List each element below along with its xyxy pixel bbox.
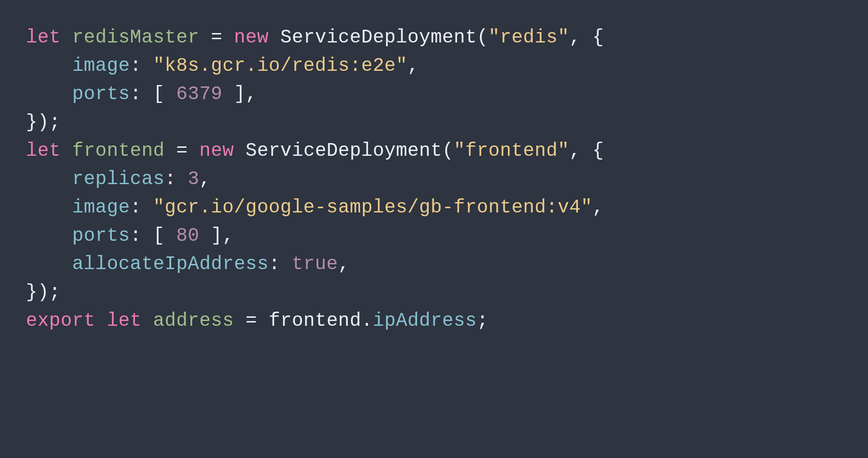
comma: , [569,27,593,48]
open-paren: ( [477,27,489,48]
semicolon: ; [477,310,489,331]
close-bracket: ] [200,225,223,246]
var-address: address [153,310,234,331]
string-redis: "redis" [488,27,569,48]
colon: : [130,225,153,246]
indent [26,55,72,76]
open-paren: ( [442,140,454,161]
prop-image: image [72,197,130,218]
prop-replicas: replicas [72,169,165,190]
indent [26,84,72,105]
keyword-let: let [26,27,61,48]
close-brace-paren: }); [26,112,61,133]
code-line-11: export let address = frontend.ipAddress; [26,310,488,331]
keyword-new: new [234,27,269,48]
prop-ipAddress: ipAddress [373,310,477,331]
indent [26,225,72,246]
comma: , [223,225,234,246]
open-bracket: [ [153,225,176,246]
string-frontend: "frontend" [454,140,569,161]
string-image-value: "gcr.io/google-samples/gb-frontend:v4" [153,197,593,218]
indent [26,254,72,275]
code-line-7: image: "gcr.io/google-samples/gb-fronten… [26,197,604,218]
colon: : [269,254,292,275]
number-6379: 6379 [176,84,223,105]
code-line-9: allocateIpAddress: true, [26,254,350,275]
prop-allocateIpAddress: allocateIpAddress [72,254,269,275]
var-redisMaster: redisMaster [72,27,200,48]
space [142,310,153,331]
dot: . [361,310,373,331]
prop-image: image [72,55,130,76]
keyword-let: let [26,140,61,161]
keyword-let: let [107,310,142,331]
code-line-1: let redisMaster = new ServiceDeployment(… [26,27,604,48]
close-bracket: ] [223,84,246,105]
obj-frontend: frontend [269,310,361,331]
code-line-8: ports: [ 80 ], [26,225,234,246]
class-ServiceDeployment: ServiceDeployment [280,27,477,48]
code-line-2: image: "k8s.gcr.io/redis:e2e", [26,55,419,76]
var-frontend: frontend [72,140,165,161]
colon: : [130,84,153,105]
colon: : [130,197,153,218]
equals-sign: = [165,140,200,161]
code-line-5: let frontend = new ServiceDeployment("fr… [26,140,604,161]
comma: , [408,55,419,76]
space [95,310,107,331]
indent [26,169,72,190]
open-bracket: [ [153,84,176,105]
open-brace: { [593,140,604,161]
comma: , [569,140,593,161]
keyword-export: export [26,310,95,331]
code-line-4: }); [26,112,61,133]
code-line-10: }); [26,282,61,303]
comma: , [200,169,211,190]
comma: , [246,84,258,105]
prop-ports: ports [72,225,130,246]
code-editor: let redisMaster = new ServiceDeployment(… [26,24,842,335]
code-line-3: ports: [ 6379 ], [26,84,257,105]
string-image-value: "k8s.gcr.io/redis:e2e" [153,55,408,76]
number-80: 80 [176,225,200,246]
open-brace: { [593,27,604,48]
code-line-6: replicas: 3, [26,169,211,190]
colon: : [165,169,188,190]
number-3: 3 [188,169,200,190]
close-brace-paren: }); [26,282,61,303]
equals-sign: = [234,310,269,331]
comma: , [338,254,350,275]
prop-ports: ports [72,84,130,105]
equals-sign: = [200,27,234,48]
boolean-true: true [292,254,338,275]
indent [26,197,72,218]
comma: , [593,197,604,218]
class-ServiceDeployment: ServiceDeployment [246,140,442,161]
keyword-new: new [200,140,234,161]
colon: : [130,55,153,76]
